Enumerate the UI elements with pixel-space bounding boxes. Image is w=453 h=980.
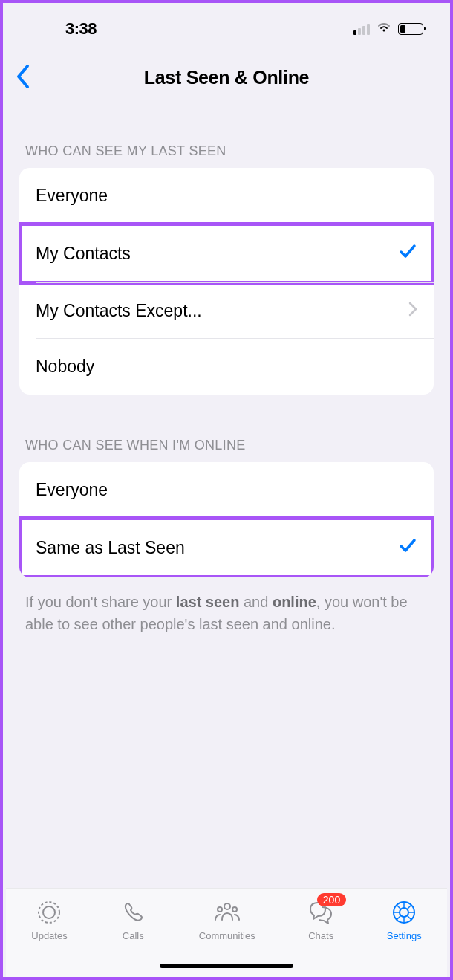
status-bar: 3:38: [3, 3, 450, 48]
svg-point-2: [224, 903, 230, 909]
option-same-as-last-seen[interactable]: Same as Last Seen: [19, 518, 434, 577]
checkmark-icon: [398, 536, 417, 559]
svg-point-0: [39, 902, 59, 923]
tab-label: Communities: [199, 930, 255, 941]
calls-icon: [118, 898, 148, 927]
home-indicator[interactable]: [160, 964, 293, 968]
option-label: Nobody: [36, 357, 94, 377]
option-nobody[interactable]: Nobody: [19, 339, 434, 395]
tab-label: Calls: [123, 930, 144, 941]
option-label: My Contacts Except...: [36, 301, 202, 321]
tab-calls[interactable]: Calls: [118, 898, 148, 941]
tab-updates[interactable]: Updates: [31, 898, 67, 941]
list-group-online: Everyone Same as Last Seen: [19, 462, 434, 577]
section-header-online: WHO CAN SEE WHEN I'M ONLINE: [19, 395, 434, 462]
status-icons: [353, 22, 423, 36]
cellular-signal-icon: [353, 23, 370, 35]
tab-label: Settings: [387, 930, 422, 941]
wifi-icon: [376, 22, 392, 36]
svg-point-3: [218, 907, 222, 912]
option-label: Same as Last Seen: [36, 538, 185, 558]
option-my-contacts-except[interactable]: My Contacts Except...: [19, 283, 434, 339]
tab-label: Chats: [308, 930, 333, 941]
communities-icon: [212, 898, 242, 927]
battery-icon: [398, 23, 423, 35]
option-label: My Contacts: [36, 244, 131, 264]
option-online-everyone[interactable]: Everyone: [19, 462, 434, 518]
settings-icon: [389, 898, 419, 927]
svg-point-1: [43, 906, 55, 918]
back-button[interactable]: [15, 63, 31, 93]
updates-icon: [34, 898, 64, 927]
chats-badge: 200: [317, 893, 346, 906]
tab-chats[interactable]: 200 Chats: [306, 898, 336, 941]
option-my-contacts[interactable]: My Contacts: [19, 224, 434, 283]
option-label: Everyone: [36, 186, 108, 206]
option-label: Everyone: [36, 480, 108, 500]
tab-communities[interactable]: Communities: [199, 898, 255, 941]
tab-label: Updates: [31, 930, 67, 941]
chevron-right-icon: [408, 301, 417, 321]
svg-point-6: [400, 908, 408, 917]
status-time: 3:38: [30, 19, 97, 39]
svg-point-4: [232, 907, 237, 912]
page-title: Last Seen & Online: [15, 67, 438, 88]
checkmark-icon: [398, 241, 417, 265]
list-group-last-seen: Everyone My Contacts My Contacts Except.…: [19, 168, 434, 395]
option-everyone[interactable]: Everyone: [19, 168, 434, 224]
tab-settings[interactable]: Settings: [387, 898, 422, 941]
nav-header: Last Seen & Online: [3, 48, 450, 106]
footer-text: If you don't share your last seen and on…: [19, 577, 434, 635]
section-header-last-seen: WHO CAN SEE MY LAST SEEN: [19, 106, 434, 168]
